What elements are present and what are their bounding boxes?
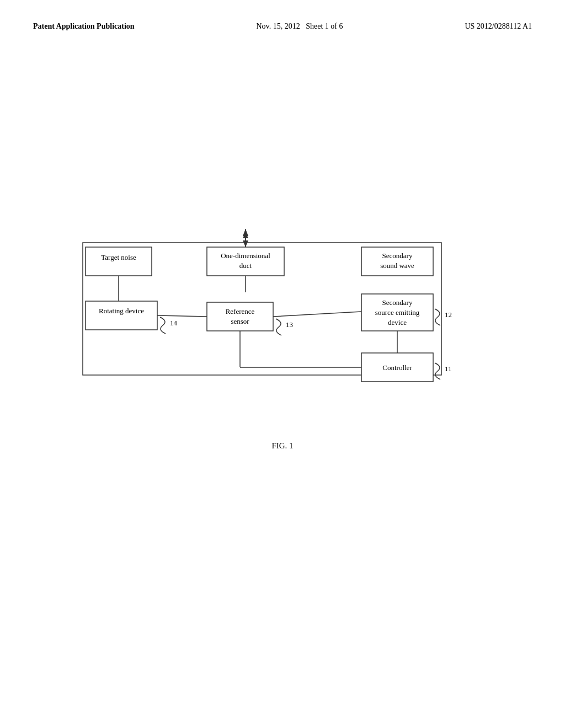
svg-rect-1 (86, 247, 152, 276)
svg-text:14: 14 (170, 319, 178, 327)
header-patent-number: US 2012/0288112 A1 (465, 22, 532, 31)
header-date: Nov. 15, 2012 (257, 22, 300, 30)
svg-text:11: 11 (445, 365, 452, 373)
svg-text:Secondary: Secondary (382, 251, 413, 260)
svg-text:sensor: sensor (231, 317, 249, 325)
svg-rect-16 (86, 301, 157, 330)
svg-text:Reference: Reference (226, 307, 255, 315)
figure-caption: FIG. 1 (0, 441, 565, 451)
page-header: Patent Application Publication Nov. 15, … (33, 22, 532, 36)
svg-text:device: device (388, 318, 407, 326)
svg-text:13: 13 (286, 320, 293, 329)
svg-line-27 (273, 312, 361, 317)
svg-line-26 (157, 315, 207, 317)
svg-text:source emitting: source emitting (375, 308, 420, 317)
svg-text:sound wave: sound wave (380, 261, 414, 270)
header-sheet: Sheet 1 of 6 (306, 22, 343, 30)
svg-text:Rotating device: Rotating device (99, 307, 144, 315)
svg-text:Secondary: Secondary (382, 298, 413, 307)
svg-text:12: 12 (445, 311, 452, 319)
diagram-svg: Target noise One-dimensional duct Second… (44, 215, 519, 425)
header-publication-type: Patent Application Publication (33, 22, 135, 31)
svg-text:Target noise: Target noise (101, 253, 136, 261)
svg-text:One-dimensional: One-dimensional (221, 251, 270, 260)
svg-marker-25 (243, 229, 248, 236)
svg-rect-9 (207, 302, 273, 331)
svg-text:Controller: Controller (382, 363, 412, 372)
svg-text:duct: duct (239, 261, 252, 270)
header-date-sheet: Nov. 15, 2012 Sheet 1 of 6 (257, 22, 343, 31)
diagram-area: Target noise One-dimensional duct Second… (44, 215, 519, 425)
page: Patent Application Publication Nov. 15, … (0, 0, 565, 728)
